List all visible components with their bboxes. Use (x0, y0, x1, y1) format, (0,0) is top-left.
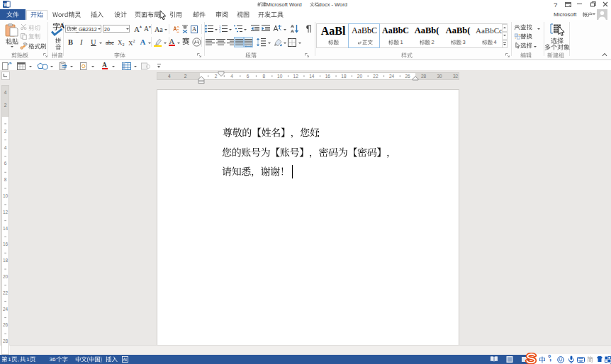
svg-text:3: 3 (219, 30, 221, 33)
svg-text:W: W (4, 2, 9, 7)
